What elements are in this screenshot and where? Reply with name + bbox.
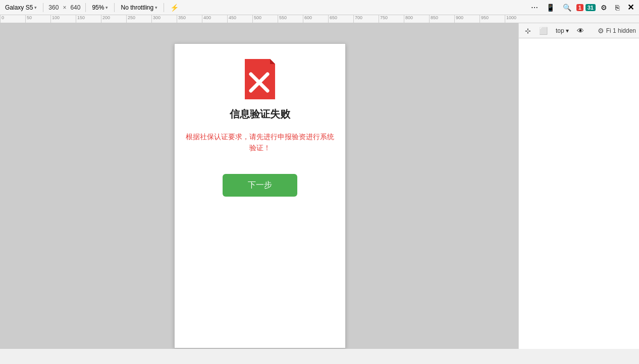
ruler-tick-800: 800 [404, 15, 413, 23]
error-badge: 1 [576, 4, 583, 11]
ruler-inner: 0 50 100 150 200 250 300 350 400 450 500… [0, 15, 639, 23]
ruler-bar: 0 50 100 150 200 250 300 350 400 450 500… [0, 15, 639, 23]
ruler-tick-600: 600 [303, 15, 312, 23]
error-icon [240, 59, 280, 99]
right-panel-content [519, 38, 639, 349]
error-description: 根据社保认证要求，请先进行申报验资进行系统验证！ [185, 131, 335, 154]
main-area: 信息验证失败 根据社保认证要求，请先进行申报验资进行系统验证！ 下一步 › ⊹ … [0, 23, 639, 349]
zoom-selector[interactable]: 95% ▾ [89, 2, 111, 13]
device-label: Galaxy S5 [5, 4, 33, 11]
ruler-tick-650: 650 [328, 15, 337, 23]
eye-button[interactable]: 👁 [574, 25, 587, 36]
error-title: 信息验证失败 [230, 107, 290, 121]
frame-arrow-icon: ▾ [566, 27, 569, 34]
next-button[interactable]: 下一步 [223, 174, 297, 197]
zoom-arrow-icon: ▾ [105, 5, 108, 10]
device-frame-area: 信息验证失败 根据社保认证要求，请先进行申报验资进行系统验证！ 下一步 › [0, 23, 518, 349]
ruler-tick-200: 200 [101, 15, 110, 23]
ruler-tick-400: 400 [202, 15, 211, 23]
separator-4 [164, 3, 164, 12]
close-devtools-button[interactable]: ✕ [624, 2, 637, 13]
mobile-device-frame: 信息验证失败 根据社保认证要求，请先进行申报验资进行系统验证！ 下一步 [174, 43, 346, 348]
inspect-button[interactable]: 🔍 [560, 2, 574, 13]
throttling-label: No throttling [121, 4, 153, 11]
ruler-tick-100: 100 [50, 15, 60, 23]
ruler-tick-1000: 1000 [505, 15, 516, 23]
top-toolbar: Galaxy S5 ▾ 360 × 640 95% ▾ No throttlin… [0, 0, 639, 15]
separator-1 [43, 3, 43, 12]
throttling-selector[interactable]: No throttling ▾ [118, 2, 161, 13]
ruler-tick-500: 500 [252, 15, 261, 23]
device-selector[interactable]: Galaxy S5 ▾ [2, 2, 40, 13]
dimension-x: × [63, 4, 66, 11]
svg-marker-1 [270, 59, 275, 64]
device-arrow-icon: ▾ [34, 5, 37, 10]
ruler-tick-900: 900 [454, 15, 463, 23]
right-panel: ⊹ ⬜ top ▾ 👁 ⚙ Fi 1 hidden [518, 23, 639, 349]
ruler-tick-0: 0 [0, 15, 4, 23]
devtools-box-model-button[interactable]: ⬜ [536, 25, 551, 36]
ruler-tick-450: 450 [227, 15, 236, 23]
dock-button[interactable]: ⎘ [612, 2, 622, 13]
toggle-device-button[interactable]: 📱 [543, 2, 558, 13]
zoom-value: 95% [92, 4, 104, 11]
svg-marker-0 [245, 59, 275, 99]
frame-label: top [556, 27, 564, 34]
width-value[interactable]: 360 [46, 3, 61, 12]
ruler-tick-150: 150 [76, 15, 85, 23]
network-icon-btn[interactable]: ⚡ [167, 2, 182, 13]
count-badge: 31 [585, 4, 596, 11]
ruler-tick-950: 950 [480, 15, 489, 23]
devtools-settings-button[interactable]: ⚙ [598, 27, 604, 35]
ruler-tick-50: 50 [25, 15, 32, 23]
ruler-tick-300: 300 [151, 15, 161, 23]
devtools-toolbar: ⊹ ⬜ top ▾ 👁 ⚙ Fi 1 hidden [519, 23, 639, 38]
separator-2 [85, 3, 86, 12]
ruler-tick-700: 700 [353, 15, 362, 23]
ruler-tick-250: 250 [126, 15, 135, 23]
ruler-tick-350: 350 [177, 15, 186, 23]
more-options-button[interactable]: ⋯ [528, 2, 541, 13]
settings-button[interactable]: ⚙ [598, 2, 610, 13]
separator-3 [114, 3, 115, 12]
hidden-elements-text: Fi 1 hidden [606, 27, 636, 34]
frame-selector[interactable]: top ▾ [553, 26, 572, 35]
devtools-inspect-cursor-button[interactable]: ⊹ [522, 25, 534, 36]
ruler-tick-550: 550 [278, 15, 287, 23]
height-value[interactable]: 640 [68, 3, 82, 12]
ruler-tick-750: 750 [379, 15, 388, 23]
ruler-tick-850: 850 [429, 15, 438, 23]
throttling-arrow-icon: ▾ [155, 5, 157, 10]
